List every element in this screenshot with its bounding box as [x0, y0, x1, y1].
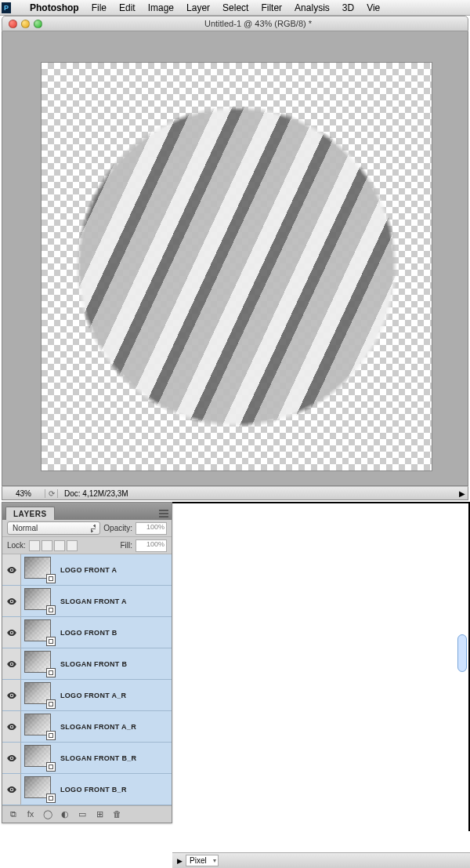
- layer-row[interactable]: SLOGAN FRONT B: [2, 648, 172, 680]
- app-status-bar: ▶ Pixel: [172, 852, 470, 868]
- panel-menu-icon[interactable]: [156, 507, 172, 520]
- opacity-label: Opacity:: [103, 524, 132, 532]
- smart-object-icon: [46, 574, 56, 583]
- close-button[interactable]: [9, 20, 17, 28]
- visibility-toggle[interactable]: [2, 711, 21, 742]
- transparency-grid: [42, 63, 432, 470]
- visibility-toggle[interactable]: [2, 774, 21, 804]
- layer-row[interactable]: SLOGAN FRONT A: [2, 586, 172, 617]
- layer-thumbnail[interactable]: [24, 619, 56, 646]
- document-status-bar: 43% ⟳ Doc: 4,12M/23,3M ▶: [2, 486, 468, 500]
- layer-row[interactable]: LOGO FRONT B: [2, 617, 172, 648]
- layer-row[interactable]: SLOGAN FRONT B_R: [2, 743, 172, 774]
- layer-thumbnail[interactable]: [24, 588, 56, 615]
- lock-transparency-icon[interactable]: [29, 540, 40, 551]
- zoom-level[interactable]: 43%: [2, 489, 45, 498]
- layer-name[interactable]: SLOGAN FRONT B: [59, 660, 172, 668]
- layers-panel-footer: ⧉ fx ◯ ◐ ▭ ⊞ 🗑: [2, 805, 172, 823]
- smart-object-icon: [46, 699, 56, 709]
- layer-row[interactable]: LOGO FRONT B_R: [2, 774, 172, 805]
- blend-opacity-row: Normal Opacity: 100%: [2, 520, 172, 537]
- mac-menu-bar: P Photoshop File Edit Image Layer Select…: [0, 0, 470, 16]
- group-icon[interactable]: ▭: [76, 809, 89, 820]
- eye-icon: [6, 690, 17, 701]
- new-layer-icon[interactable]: ⊞: [93, 809, 106, 820]
- layer-fx-icon[interactable]: fx: [24, 809, 37, 820]
- adjustment-layer-icon[interactable]: ◐: [59, 809, 71, 820]
- visibility-toggle[interactable]: [2, 743, 21, 773]
- delete-layer-icon[interactable]: 🗑: [110, 809, 123, 820]
- lock-position-icon[interactable]: [54, 540, 65, 551]
- artwork-content: [4, 31, 468, 486]
- eye-icon: [6, 753, 17, 764]
- visibility-toggle[interactable]: [2, 680, 21, 710]
- layer-row[interactable]: LOGO FRONT A: [2, 554, 172, 586]
- menu-view[interactable]: Vie: [360, 2, 386, 13]
- layer-name[interactable]: SLOGAN FRONT A: [59, 597, 172, 605]
- layer-name[interactable]: LOGO FRONT B_R: [59, 786, 172, 794]
- layer-name[interactable]: LOGO FRONT B: [59, 629, 172, 637]
- layer-name[interactable]: SLOGAN FRONT A_R: [59, 723, 172, 731]
- visibility-toggle[interactable]: [2, 554, 21, 585]
- layer-name[interactable]: SLOGAN FRONT B_R: [59, 754, 172, 762]
- minimize-button[interactable]: [21, 20, 30, 28]
- smart-object-icon: [46, 762, 56, 772]
- panel-tab-bar: LAYERS: [2, 503, 172, 520]
- window-titlebar[interactable]: Untitled-1 @ 43% (RGB/8) *: [2, 16, 468, 31]
- layer-name[interactable]: LOGO FRONT A: [59, 566, 172, 574]
- zoom-popup-icon[interactable]: ⟳: [45, 489, 58, 498]
- lock-all-icon[interactable]: [67, 540, 78, 551]
- fill-label: Fill:: [120, 541, 132, 550]
- layer-thumbnail[interactable]: [24, 682, 56, 709]
- opacity-field[interactable]: 100%: [136, 522, 167, 535]
- visibility-toggle[interactable]: [2, 617, 21, 648]
- unit-select[interactable]: Pixel: [186, 855, 219, 866]
- smart-object-icon: [46, 794, 56, 803]
- visibility-toggle[interactable]: [2, 648, 21, 679]
- visibility-toggle[interactable]: [2, 586, 21, 616]
- eye-icon: [6, 659, 17, 670]
- layer-thumbnail[interactable]: [24, 651, 56, 677]
- menu-analysis[interactable]: Analysis: [288, 2, 336, 13]
- layer-list: LOGO FRONT ASLOGAN FRONT ALOGO FRONT BSL…: [2, 554, 172, 805]
- link-layers-icon[interactable]: ⧉: [7, 809, 20, 820]
- menu-layer[interactable]: Layer: [180, 2, 216, 13]
- layer-row[interactable]: SLOGAN FRONT A_R: [2, 711, 172, 743]
- canvas-area[interactable]: [2, 31, 468, 486]
- secondary-pane: [172, 502, 470, 831]
- doc-size-info[interactable]: Doc: 4,12M/23,3M: [58, 489, 457, 498]
- document-window: Untitled-1 @ 43% (RGB/8) * 43% ⟳ Doc: 4,…: [2, 16, 468, 500]
- smart-object-icon: [46, 637, 56, 646]
- layer-name[interactable]: LOGO FRONT A_R: [59, 692, 172, 699]
- blend-mode-select[interactable]: Normal: [7, 521, 100, 535]
- status-expand-icon[interactable]: ▶: [177, 857, 183, 865]
- menu-image[interactable]: Image: [142, 2, 180, 13]
- lock-buttons: [29, 540, 78, 551]
- menu-file[interactable]: File: [85, 2, 113, 13]
- lock-pixels-icon[interactable]: [42, 540, 52, 551]
- layer-thumbnail[interactable]: [24, 714, 56, 740]
- eye-icon: [6, 565, 17, 576]
- smart-object-icon: [46, 731, 56, 740]
- menu-3d[interactable]: 3D: [336, 2, 360, 13]
- lock-fill-row: Lock: Fill: 100%: [2, 537, 172, 554]
- layers-panel: LAYERS Normal Opacity: 100% Lock: Fill: …: [2, 502, 172, 823]
- artboard[interactable]: [42, 63, 432, 470]
- fill-field[interactable]: 100%: [136, 539, 167, 552]
- menu-app[interactable]: Photoshop: [24, 2, 85, 13]
- status-menu-icon[interactable]: ▶: [457, 489, 468, 498]
- layer-row[interactable]: LOGO FRONT A_R: [2, 680, 172, 711]
- menu-select[interactable]: Select: [216, 2, 255, 13]
- tab-layers[interactable]: LAYERS: [5, 507, 55, 520]
- layer-thumbnail[interactable]: [24, 557, 56, 583]
- menu-filter[interactable]: Filter: [255, 2, 288, 13]
- layer-thumbnail[interactable]: [24, 745, 56, 772]
- traffic-lights: [2, 20, 49, 28]
- smart-object-icon: [46, 668, 56, 677]
- layer-mask-icon[interactable]: ◯: [42, 809, 54, 820]
- lock-label: Lock:: [7, 541, 26, 550]
- layer-thumbnail[interactable]: [24, 776, 56, 803]
- zoom-button[interactable]: [34, 20, 42, 28]
- menu-edit[interactable]: Edit: [113, 2, 142, 13]
- eye-icon: [6, 721, 17, 732]
